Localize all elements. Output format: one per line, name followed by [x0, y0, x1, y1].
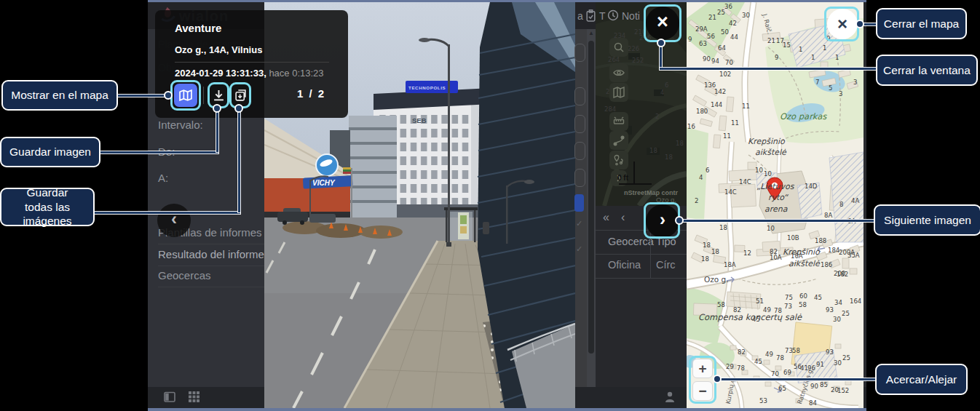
connector-dot [675, 216, 684, 225]
zoom-out-button[interactable]: − [692, 381, 713, 401]
unit-title: Aventure [175, 22, 221, 34]
cutoff-button [574, 115, 585, 133]
connector-dot [164, 91, 173, 100]
map-scale-bar [619, 183, 652, 185]
plus-icon: + [698, 361, 706, 377]
minus-icon: − [698, 383, 706, 399]
photo-address: Ozo g., 14A, Vilnius [175, 44, 262, 55]
nav-item-report-result: Resultado del informe [158, 248, 264, 266]
connector-line [95, 212, 240, 214]
show-on-map-highlight [170, 80, 201, 111]
close-window-highlight [644, 4, 681, 42]
connector-dot [713, 375, 722, 383]
connector-line [660, 45, 662, 69]
connector-line [100, 151, 218, 153]
cutoff-execute-button [574, 194, 584, 212]
pagination-prev: ‹ [621, 211, 625, 224]
screenshot-stage: wialon a T Noti Plantilla de informe Obj… [0, 0, 980, 411]
photo-elapsed: hace 0:13:23 [269, 68, 323, 79]
connector-line [238, 111, 240, 212]
minimap-close-button[interactable]: × [827, 9, 858, 39]
pagination-first: « [603, 211, 609, 224]
connector-dot [855, 20, 864, 28]
window-bottom-edge [148, 408, 866, 411]
cutoff-button [574, 142, 585, 160]
connector-dot [234, 104, 243, 113]
callout-zoom-in-out: Acercar/Alejar [875, 364, 968, 395]
nav-item-geofences: Geocercas [158, 269, 264, 287]
photo-info-panel: Aventure Ozo g., 14A, Vilnius 2024-01-29… [155, 10, 348, 118]
photo-timestamp-row: 2024-01-29 13:31:33, hace 0:13:23 [175, 68, 324, 79]
to-label: A: [158, 172, 168, 184]
grid-view-icon [189, 391, 199, 405]
connector-line [216, 111, 218, 152]
clock-icon [607, 9, 619, 24]
map-markers-button [609, 151, 628, 169]
map-search-button [609, 38, 628, 57]
header-menu-item-a: a [577, 10, 583, 22]
map-eye-button [609, 63, 628, 82]
connector-dot [657, 39, 665, 47]
connector-line [660, 68, 876, 70]
check-icon: ✓ [576, 244, 582, 254]
callout-close-window: Cerrar la ventana [876, 55, 978, 86]
window-top-edge [148, 0, 866, 2]
map-route-button [609, 131, 628, 150]
close-icon: × [837, 15, 847, 33]
panel-divider [175, 62, 329, 63]
map-ruler-button [609, 112, 628, 131]
map-layers-button [609, 83, 628, 102]
cutoff-button [574, 87, 585, 105]
callout-next-image: Siguiente imagen [874, 204, 980, 236]
image-counter: 1 / 2 [297, 87, 325, 100]
minimap[interactable]: 362521304229A504456963649094701021361421… [687, 2, 864, 408]
technopolis-sign: TECHNOPOLIS [408, 85, 446, 90]
scrollbar-up-icon: ▲ [588, 30, 594, 36]
callout-show-on-map: Mostrar en el mapa [1, 80, 118, 111]
map-scale-bar [633, 161, 635, 185]
seb-sign: SEB [412, 116, 427, 124]
map-scale-label: 0 ft [617, 174, 628, 182]
cutoff-button [574, 44, 585, 62]
connector-line [863, 23, 876, 25]
table-cell-office: Oficina [608, 259, 641, 271]
connector-dot [213, 104, 221, 113]
clipboard-icon [585, 9, 596, 25]
callout-close-map: Cerrar el mapa [876, 8, 967, 39]
button-separator [203, 87, 204, 104]
cutoff-button [574, 169, 585, 187]
callout-save-all-images: Guardar todas las imágenes [0, 188, 95, 226]
check-icon: ✓ [576, 219, 582, 228]
previous-image-button[interactable]: ‹ [157, 204, 191, 237]
scrollbar-thumb [588, 41, 594, 354]
layout-panel-icon [164, 391, 176, 406]
connector-line [683, 220, 874, 222]
table-divider [596, 278, 687, 279]
photo-datetime: 2024-01-29 13:31:33, [175, 68, 266, 79]
header-menu-item-t: T [599, 10, 606, 22]
header-menu-item-noti: Noti [622, 10, 640, 22]
zoom-in-button[interactable]: + [692, 359, 713, 378]
callout-save-image: Guardar imagen [0, 137, 100, 167]
connector-line [118, 95, 165, 97]
interval-label: Intervalo: [158, 119, 203, 131]
vichy-sign: VICHY [312, 179, 336, 187]
person-icon [664, 391, 676, 406]
table-divider [596, 254, 687, 255]
minimap-place-labels: Ozo parkasKrepšinioaikštelė„Lietuvosryto… [687, 2, 864, 408]
connector-line [721, 378, 875, 380]
table-cell-circle: Círc [656, 259, 676, 271]
